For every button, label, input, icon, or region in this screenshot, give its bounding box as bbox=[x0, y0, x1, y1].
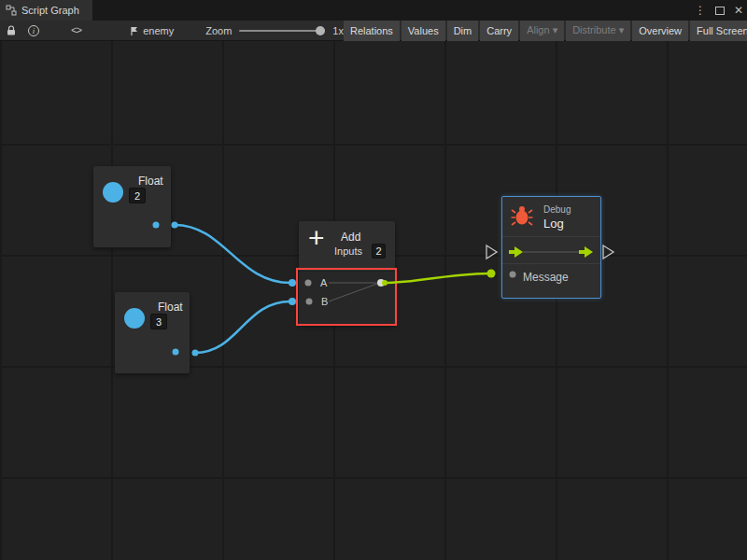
overview-button[interactable]: Overview bbox=[632, 21, 688, 41]
maximize-icon[interactable] bbox=[715, 7, 725, 15]
inputs-label: Inputs bbox=[334, 245, 362, 257]
wire-cap-b bbox=[289, 298, 296, 305]
message-port-label: Message bbox=[523, 271, 569, 284]
window-menu-icon[interactable]: ⋮ bbox=[695, 4, 706, 17]
graph-tab-icon bbox=[6, 5, 17, 16]
node-title: Float bbox=[158, 301, 183, 314]
zoom-value: 1x bbox=[332, 25, 344, 36]
node-title: Add bbox=[341, 231, 360, 244]
tab-title: Script Graph bbox=[21, 5, 79, 16]
float-node-1[interactable]: Float 2 bbox=[93, 166, 171, 247]
graph-pointer-icon bbox=[128, 25, 139, 36]
wire-float1-to-a[interactable] bbox=[175, 225, 290, 283]
flow-output-port[interactable] bbox=[603, 245, 613, 259]
wire-cap bbox=[172, 222, 178, 229]
wire-float2-to-b[interactable] bbox=[195, 301, 290, 353]
float-value-field[interactable]: 2 bbox=[129, 188, 146, 203]
relations-button[interactable]: Relations bbox=[344, 21, 400, 41]
node-category: Debug bbox=[543, 204, 571, 215]
info-icon[interactable]: i bbox=[22, 21, 45, 41]
node-title: Log bbox=[543, 217, 564, 231]
debug-log-node[interactable]: Debug Log Message bbox=[501, 196, 601, 299]
node-title: Float bbox=[138, 175, 163, 188]
close-icon[interactable]: ✕ bbox=[734, 4, 743, 17]
wire-cap-message bbox=[487, 270, 496, 278]
plus-icon: + bbox=[308, 221, 325, 255]
selection-highlight bbox=[296, 268, 397, 326]
carry-button[interactable]: Carry bbox=[480, 21, 518, 41]
flow-input-port[interactable] bbox=[486, 245, 497, 259]
fullscreen-button[interactable]: Full Screen bbox=[690, 21, 747, 41]
zoom-label: Zoom bbox=[205, 25, 232, 36]
wire-cap-a bbox=[289, 279, 296, 287]
wire-cap bbox=[192, 350, 199, 357]
graph-toolbar: i <> enemy Zoom 1x Relations Values Dim … bbox=[0, 21, 747, 41]
breadcrumb[interactable]: enemy bbox=[128, 25, 174, 36]
tab-script-graph[interactable]: Script Graph bbox=[0, 0, 92, 21]
bug-icon bbox=[511, 204, 533, 227]
zoom-slider-knob[interactable] bbox=[316, 26, 325, 35]
float-value-field[interactable]: 3 bbox=[150, 314, 167, 329]
graph-canvas[interactable]: Float 2 Float 3 + Add Inputs 2 A B Debug… bbox=[0, 41, 747, 560]
zoom-slider[interactable] bbox=[239, 30, 325, 32]
lock-icon[interactable] bbox=[0, 21, 22, 41]
distribute-dropdown[interactable]: Distribute ▾ bbox=[566, 21, 630, 41]
flow-ports-row bbox=[502, 236, 600, 264]
tab-bar: Script Graph ⋮ ✕ bbox=[0, 0, 747, 21]
graph-name: enemy bbox=[143, 25, 174, 36]
inputs-count-field[interactable]: 2 bbox=[372, 244, 386, 259]
float-node-2[interactable]: Float 3 bbox=[115, 292, 190, 373]
dim-button[interactable]: Dim bbox=[447, 21, 479, 41]
wire-add-to-message[interactable] bbox=[383, 273, 489, 283]
code-view-icon[interactable]: <> bbox=[65, 21, 87, 41]
values-button[interactable]: Values bbox=[402, 21, 445, 41]
align-dropdown[interactable]: Align ▾ bbox=[520, 21, 564, 41]
